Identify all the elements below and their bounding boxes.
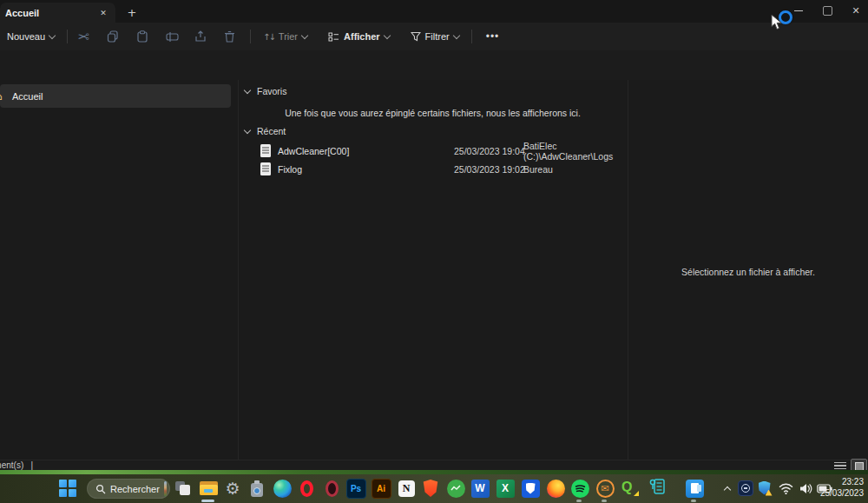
tray-app-button[interactable]	[735, 478, 756, 499]
chevron-down-icon	[244, 126, 251, 133]
sidebar-item-label: Accueil	[12, 91, 43, 102]
filter-label: Filtrer	[425, 31, 450, 42]
word-button[interactable]: W	[470, 478, 490, 499]
opera-gx-icon	[326, 480, 339, 497]
brave-button[interactable]	[420, 478, 441, 499]
rename-button[interactable]	[161, 25, 182, 48]
new-menu-button[interactable]: Nouveau	[0, 25, 62, 48]
paste-icon	[136, 30, 148, 43]
close-icon: ✕	[852, 5, 859, 17]
task-view-button[interactable]	[172, 478, 193, 499]
photoshop-button[interactable]: Ps	[345, 478, 366, 499]
filter-button[interactable]: Filtrer	[404, 25, 466, 48]
file-row[interactable]: Fixlog 25/03/2023 19:02 Bureau	[238, 160, 628, 178]
spotify-button[interactable]	[569, 478, 590, 499]
chevron-down-icon	[244, 86, 251, 93]
chevron-down-icon	[301, 31, 308, 38]
file-location: BatiElec (C:)\AdwCleaner\Logs	[523, 141, 628, 162]
navigation-pane: ⌂ Accueil	[0, 80, 238, 460]
explorer-titlebar: Accueil ✕ + ✕	[0, 0, 868, 23]
preview-message: Sélectionnez un fichier à afficher.	[628, 267, 868, 277]
word-icon: W	[471, 480, 490, 498]
speaker-icon	[799, 483, 812, 494]
excel-icon: X	[496, 480, 515, 498]
excel-button[interactable]: X	[495, 478, 516, 499]
paste-button[interactable]	[132, 25, 153, 48]
search-highlight-thumbnail[interactable]	[164, 481, 167, 496]
favorites-empty-message: Une fois que vous aurez épinglé certains…	[238, 108, 628, 118]
edge-icon	[273, 480, 292, 498]
volume-tray-button[interactable]	[795, 478, 816, 499]
qgis-button[interactable]: Q	[620, 478, 641, 499]
more-options-button[interactable]: •••	[477, 30, 509, 43]
firefox-button[interactable]	[545, 478, 566, 499]
recent-section-header[interactable]: Récent	[245, 126, 286, 136]
start-button[interactable]	[57, 478, 78, 499]
sort-label: Trier	[279, 31, 298, 42]
task-view-icon	[175, 481, 190, 495]
opera-icon	[300, 480, 313, 497]
file-row[interactable]: AdwCleaner[C00] 25/03/2023 19:04 BatiEle…	[238, 142, 628, 160]
wifi-icon	[779, 483, 793, 494]
settings-button[interactable]: ⚙	[222, 478, 243, 499]
toolbar-separator	[250, 30, 251, 43]
adwcleaner-icon	[251, 480, 263, 497]
mail-button[interactable]: ✉	[595, 478, 615, 499]
green-app-button[interactable]	[445, 478, 466, 499]
notes-app-icon	[686, 480, 704, 498]
file-name[interactable]: Fixlog	[278, 164, 302, 175]
mail-running-indicator	[602, 500, 607, 502]
favorites-section-header[interactable]: Favoris	[245, 86, 286, 96]
explorer-toolbar: Nouveau ✂ ↑↓ Trier Afficher Filtr	[0, 23, 868, 50]
taskbar-search[interactable]: Rechercher	[87, 479, 170, 499]
gear-icon: ⚙	[225, 479, 240, 498]
adwcleaner-button[interactable]	[247, 478, 267, 499]
wifi-tray-button[interactable]	[775, 478, 796, 499]
tab-close-icon[interactable]: ✕	[96, 6, 110, 20]
mouse-cursor	[771, 14, 782, 34]
opera-gx-button[interactable]	[321, 478, 342, 499]
sort-button[interactable]: ↑↓ Trier	[256, 25, 314, 48]
opera-button[interactable]	[296, 478, 317, 499]
illustrator-button[interactable]: Ai	[371, 478, 391, 499]
clock-time: 23:23	[820, 476, 864, 487]
close-button[interactable]: ✕	[841, 0, 868, 21]
icons-view-icon	[855, 462, 864, 471]
taskbar-clock[interactable]: 23:23 25/03/2023	[820, 476, 864, 499]
recent-label: Récent	[257, 126, 286, 136]
share-button[interactable]	[190, 25, 211, 48]
explorer-tab-accueil[interactable]: Accueil ✕	[0, 3, 115, 23]
delete-button[interactable]	[219, 25, 240, 48]
windows-logo-icon	[59, 480, 76, 497]
keepass-icon	[649, 478, 666, 499]
tray-app-icon	[738, 480, 753, 496]
document-icon	[260, 162, 271, 175]
explorer-running-indicator	[201, 500, 214, 502]
document-icon	[260, 144, 271, 157]
sidebar-item-accueil[interactable]: ⌂ Accueil	[0, 84, 231, 108]
view-button[interactable]: Afficher	[321, 25, 397, 48]
taskbar-search-label: Rechercher	[110, 484, 160, 494]
notes-app-button[interactable]	[684, 478, 705, 499]
security-tray-button[interactable]	[754, 478, 775, 499]
filter-icon	[411, 31, 421, 42]
maximize-button[interactable]	[812, 0, 842, 21]
illustrator-icon: Ai	[372, 479, 391, 499]
keepass-button[interactable]	[647, 478, 667, 499]
bitwarden-button[interactable]	[520, 478, 541, 499]
file-explorer-button[interactable]	[198, 478, 219, 499]
file-name[interactable]: AdwCleaner[C00]	[278, 146, 349, 156]
notes-running-indicator	[691, 500, 696, 502]
item-count-text: élément(s) |	[0, 460, 33, 470]
spotify-icon	[571, 480, 589, 498]
shield-icon	[759, 481, 772, 496]
chevron-down-icon	[383, 31, 390, 38]
sort-icon: ↑↓	[263, 32, 274, 42]
bitwarden-icon	[522, 480, 540, 498]
file-date: 25/03/2023 19:02	[454, 164, 525, 175]
copy-button[interactable]	[102, 25, 123, 48]
cut-button[interactable]: ✂	[73, 25, 94, 48]
new-tab-button[interactable]: +	[124, 4, 140, 20]
edge-button[interactable]	[272, 478, 293, 499]
notion-button[interactable]: N	[396, 478, 417, 499]
